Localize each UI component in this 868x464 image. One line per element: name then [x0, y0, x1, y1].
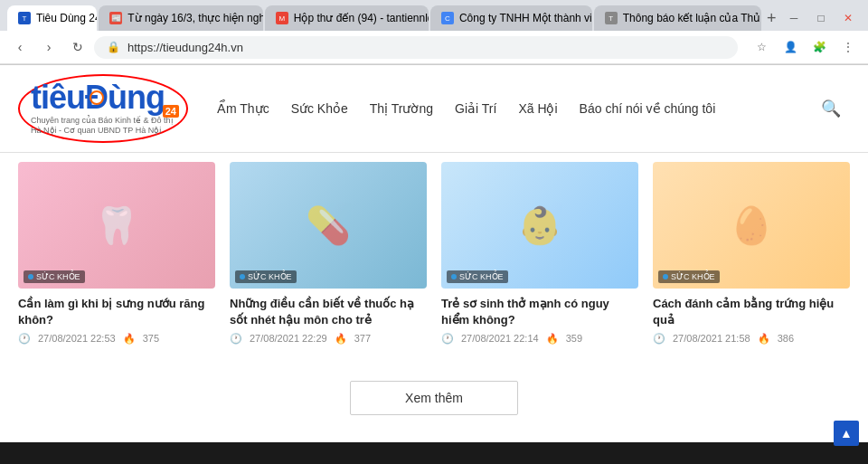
card-3-badge: SỨC KHỎE [447, 270, 508, 283]
card-1-views: 375 [143, 333, 159, 344]
nav-bao-chi[interactable]: Báo chí nói về chúng tôi [569, 85, 727, 132]
tab-favicon-4: C [441, 12, 454, 24]
card-4-title: Cách đánh cảm bằng trứng hiệu quả [653, 296, 850, 328]
extension-button[interactable]: 🧩 [807, 34, 832, 60]
cards-grid: 🦷 SỨC KHỎE Cần làm gì khi bị sưng nướu r… [18, 162, 850, 345]
card-3-views: 359 [566, 333, 582, 344]
card-3-fire-icon: 🔥 [546, 333, 559, 345]
card-1-badge: SỨC KHỎE [24, 270, 85, 283]
tab-bar: T Tiêu Dùng 24h ✕ 📰 Từ ngày 16/3, thực h… [0, 0, 868, 31]
card-4-meta: 🕐 27/08/2021 21:58 🔥 386 [653, 333, 850, 345]
card-3-badge-dot [451, 274, 457, 279]
address-bar[interactable]: 🔒 https://tieudung24h.vn [94, 36, 738, 59]
browser-chrome: T Tiêu Dùng 24h ✕ 📰 Từ ngày 16/3, thực h… [0, 0, 868, 65]
card-1-date: 27/08/2021 22:53 [38, 333, 116, 344]
card-1-badge-label: SỨC KHỎE [36, 272, 80, 281]
card-2-date: 27/08/2021 22:29 [250, 333, 327, 344]
tab-favicon-active: T [18, 12, 31, 24]
profile-button[interactable]: 👤 [778, 34, 803, 60]
nav-thi-truong[interactable]: Thị Trường [359, 85, 444, 132]
logo-text: tiêuĐùng [31, 79, 165, 116]
tab-favicon-3: M [276, 12, 288, 24]
card-1[interactable]: 🦷 SỨC KHỎE Cần làm gì khi bị sưng nướu r… [18, 162, 215, 345]
card-2-badge-label: SỨC KHỎE [248, 272, 292, 281]
card-1-image-icon: 🦷 [94, 204, 139, 246]
logo-wrapper: tiêuĐùng 24 [31, 81, 165, 114]
card-1-meta: 🕐 27/08/2021 22:53 🔥 375 [18, 333, 215, 345]
back-button[interactable]: ‹ [7, 34, 33, 60]
menu-button[interactable]: ⋮ [835, 34, 861, 60]
load-more-section: Xem thêm [0, 363, 868, 442]
tab-active[interactable]: T Tiêu Dùng 24h ✕ [7, 5, 97, 31]
card-4-image: 🥚 SỨC KHỎE [653, 162, 850, 289]
nav-bar: ‹ › ↻ 🔒 https://tieudung24h.vn ☆ 👤 🧩 ⋮ [0, 31, 868, 64]
card-4-date: 27/08/2021 21:58 [673, 333, 750, 344]
site-header: tiêuĐùng 24 Chuyên trang của Báo Kinh tế… [0, 65, 868, 153]
card-2-image: 💊 SỨC KHỎE [230, 162, 427, 289]
site-footer: tiêuĐùng 24 Chuyên trang của Báo Kinh tế… [0, 442, 868, 464]
card-2[interactable]: 💊 SỨC KHỎE Những điều cần biết về thuốc … [230, 162, 427, 345]
cards-section: 🦷 SỨC KHỎE Cần làm gì khi bị sưng nướu r… [0, 153, 868, 363]
card-2-badge: SỨC KHỎE [235, 270, 297, 283]
nav-am-thuc[interactable]: Ẩm Thực [206, 85, 280, 132]
card-2-fire-icon: 🔥 [335, 333, 347, 345]
new-tab-button[interactable]: + [763, 5, 779, 31]
tab-label-3: Hộp thư đến (94) - tantiennld@gmail.... [294, 12, 429, 24]
card-3[interactable]: 👶 SỨC KHỎE Trẻ sơ sinh thở mạnh có nguy … [441, 162, 638, 345]
card-3-image: 👶 SỨC KHỎE [441, 162, 638, 289]
card-3-title: Trẻ sơ sinh thở mạnh có nguy hiểm không? [441, 296, 638, 328]
card-1-clock-icon: 🕐 [18, 333, 31, 345]
card-2-badge-dot [240, 274, 245, 279]
card-1-image: 🦷 SỨC KHỎE [18, 162, 215, 289]
tab-favicon-5: T [605, 12, 618, 24]
card-1-title: Cần làm gì khi bị sưng nướu răng khôn? [18, 296, 215, 328]
nav-giai-tri[interactable]: Giải Trí [444, 85, 507, 132]
card-4-badge: SỨC KHỎE [658, 270, 720, 283]
card-2-clock-icon: 🕐 [230, 333, 242, 345]
logo-24-badge: 24 [163, 105, 179, 118]
tab-favicon-2: 📰 [109, 12, 122, 24]
card-3-clock-icon: 🕐 [441, 333, 454, 345]
card-2-title: Những điều cần biết về thuốc hạ sốt nhét… [230, 296, 427, 328]
card-3-image-icon: 👶 [517, 204, 562, 246]
scroll-top-button[interactable]: ▲ [834, 421, 859, 446]
logo-subtitle: Chuyên trang của Báo Kinh tế & Đô thị Hà… [31, 116, 175, 136]
load-more-button[interactable]: Xem thêm [350, 381, 518, 415]
lock-icon: 🔒 [107, 41, 120, 53]
tab-4[interactable]: C Công ty TNHH Một thành viên Phần ... ✕ [430, 5, 592, 31]
url-text: https://tieudung24h.vn [127, 41, 243, 54]
tab-label-active: Tiêu Dùng 24h [36, 12, 97, 24]
bookmark-button[interactable]: ☆ [749, 34, 774, 60]
tab-2[interactable]: 📰 Từ ngày 16/3, thực hiện nghiêm việc ..… [99, 5, 262, 31]
card-4-image-icon: 🥚 [729, 204, 774, 246]
tab-5[interactable]: T Thông báo kết luận của Thủ tướng Ch...… [594, 5, 762, 31]
card-4-clock-icon: 🕐 [653, 333, 665, 345]
card-2-meta: 🕐 27/08/2021 22:29 🔥 377 [230, 333, 427, 345]
card-3-badge-label: SỨC KHỎE [459, 272, 504, 281]
browser-nav-right: ☆ 👤 🧩 ⋮ [749, 34, 861, 60]
main-nav: Ẩm Thực Sức Khỏe Thị Trường Giải Trí Xã … [206, 85, 812, 132]
logo-oval: tiêuĐùng 24 Chuyên trang của Báo Kinh tế… [18, 74, 188, 143]
card-3-date: 27/08/2021 22:14 [461, 333, 539, 344]
card-4[interactable]: 🥚 SỨC KHỎE Cách đánh cảm bằng trứng hiệu… [653, 162, 850, 345]
minimize-button[interactable]: ─ [781, 5, 807, 31]
close-window-button[interactable]: ✕ [835, 5, 861, 31]
tab-label-2: Từ ngày 16/3, thực hiện nghiêm việc ... [127, 12, 262, 24]
logo-area[interactable]: tiêuĐùng 24 Chuyên trang của Báo Kinh tế… [18, 65, 188, 152]
refresh-button[interactable]: ↻ [65, 34, 90, 60]
forward-button[interactable]: › [36, 34, 61, 60]
nav-xa-hoi[interactable]: Xã Hội [507, 85, 568, 132]
card-2-views: 377 [354, 333, 371, 344]
card-2-image-icon: 💊 [306, 204, 351, 246]
tab-label-5: Thông báo kết luận của Thủ tướng Ch... [623, 12, 762, 24]
card-4-views: 386 [778, 333, 794, 344]
tab-label-4: Công ty TNHH Một thành viên Phần ... [459, 12, 592, 24]
card-4-badge-label: SỨC KHỎE [671, 272, 715, 281]
card-1-fire-icon: 🔥 [123, 333, 136, 345]
nav-suc-khoe[interactable]: Sức Khỏe [280, 85, 359, 132]
maximize-button[interactable]: □ [808, 5, 834, 31]
search-icon[interactable]: 🔍 [812, 90, 850, 128]
card-4-badge-dot [663, 274, 668, 279]
tab-3[interactable]: M Hộp thư đến (94) - tantiennld@gmail...… [265, 5, 429, 31]
card-1-badge-dot [28, 274, 33, 279]
